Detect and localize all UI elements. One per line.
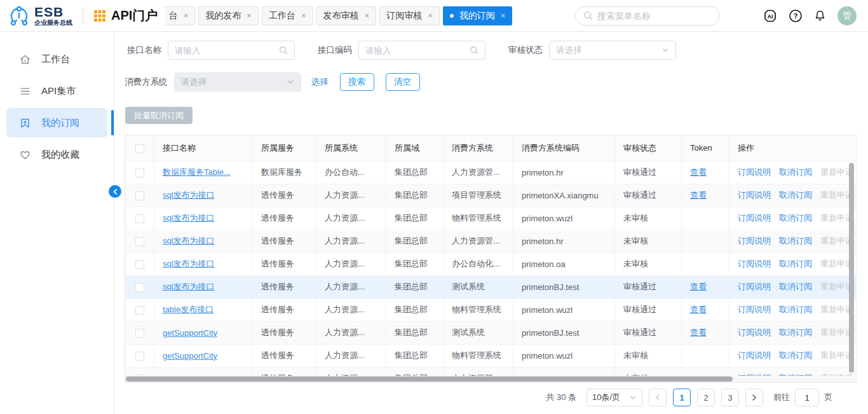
interface-name-link[interactable]: sql发布为接口 bbox=[163, 259, 215, 268]
sidebar-item-api-market[interactable]: API集市 bbox=[6, 76, 107, 106]
row-checkbox[interactable] bbox=[135, 352, 144, 361]
unsubscribe-link[interactable]: 取消订阅 bbox=[779, 305, 812, 314]
subscription-info-link[interactable]: 订阅说明 bbox=[738, 282, 771, 291]
row-checkbox[interactable] bbox=[135, 283, 144, 292]
interface-name-label: 接口名称 bbox=[127, 45, 161, 56]
unsubscribe-link[interactable]: 取消订阅 bbox=[779, 259, 812, 268]
row-select-cell bbox=[126, 252, 154, 275]
header-tab[interactable]: 我的发布× bbox=[198, 6, 259, 25]
search-button[interactable]: 搜索 bbox=[340, 73, 374, 91]
horizontal-scrollbar[interactable] bbox=[125, 376, 856, 382]
subscription-info-link[interactable]: 订阅说明 bbox=[738, 305, 771, 314]
interface-name-link[interactable]: getSupportCity bbox=[163, 351, 217, 361]
unsubscribe-link[interactable]: 取消订阅 bbox=[779, 190, 812, 200]
token-view-link[interactable]: 查看 bbox=[690, 167, 707, 177]
row-checkbox[interactable] bbox=[135, 169, 144, 177]
ai-assistant-icon[interactable]: AI bbox=[763, 8, 778, 24]
page-number-button[interactable]: 3 bbox=[721, 389, 739, 406]
subscription-info-link[interactable]: 订阅说明 bbox=[738, 259, 771, 268]
row-checkbox[interactable] bbox=[135, 260, 144, 269]
page-size-select[interactable]: 10条/页 bbox=[587, 389, 642, 406]
token-view-link[interactable]: 查看 bbox=[690, 328, 707, 337]
sidebar-item-my-favorites[interactable]: 我的收藏 bbox=[6, 140, 107, 169]
menu-search-input[interactable] bbox=[597, 11, 712, 21]
consumer-system-select-link[interactable]: 选择 bbox=[311, 76, 329, 88]
row-checkbox[interactable] bbox=[135, 214, 144, 223]
sidebar-item-workbench[interactable]: 工作台 bbox=[6, 45, 107, 74]
vertical-scrollbar[interactable] bbox=[849, 162, 854, 376]
subscription-info-link[interactable]: 订阅说明 bbox=[738, 190, 771, 200]
subscription-info-link[interactable]: 订阅说明 bbox=[738, 350, 771, 360]
interface-name-link[interactable]: getSupportCity bbox=[163, 328, 217, 338]
unsubscribe-link[interactable]: 取消订阅 bbox=[779, 213, 812, 223]
token-view-link[interactable]: 查看 bbox=[690, 190, 707, 200]
cell-interface-name: sql发布为接口 bbox=[154, 207, 253, 230]
cell-text: 透传服务 bbox=[261, 282, 294, 291]
tab-label: 工作台 bbox=[269, 10, 295, 22]
sidebar-collapse-button[interactable] bbox=[109, 185, 121, 198]
column-header: 消费方系统编码 bbox=[513, 135, 615, 161]
header-tab[interactable]: 订阅审核× bbox=[379, 6, 440, 25]
goto-page-input[interactable] bbox=[795, 389, 819, 406]
subscription-info-link[interactable]: 订阅说明 bbox=[738, 328, 771, 337]
row-checkbox[interactable] bbox=[135, 306, 144, 315]
subscription-info-link[interactable]: 订阅说明 bbox=[738, 213, 771, 223]
unsubscribe-link[interactable]: 取消订阅 bbox=[779, 282, 812, 291]
row-checkbox[interactable] bbox=[135, 237, 144, 246]
select-all-checkbox[interactable] bbox=[135, 144, 144, 153]
cell-text: primeton.hr bbox=[522, 168, 564, 177]
header-tab[interactable]: 工作台× bbox=[262, 6, 313, 25]
cell-token bbox=[682, 344, 729, 367]
tab-close-icon[interactable]: × bbox=[247, 11, 252, 20]
unsubscribe-link[interactable]: 取消订阅 bbox=[779, 236, 812, 245]
interface-name-link[interactable]: sql发布为接口 bbox=[163, 213, 215, 223]
page-number-button[interactable]: 2 bbox=[697, 389, 715, 406]
row-checkbox[interactable] bbox=[135, 329, 144, 338]
cell-text: primeton.wuzl bbox=[522, 214, 573, 223]
search-icon bbox=[583, 11, 593, 20]
help-icon[interactable]: ? bbox=[789, 9, 803, 23]
interface-name-input[interactable] bbox=[175, 46, 279, 55]
subscription-info-link[interactable]: 订阅说明 bbox=[738, 236, 771, 245]
row-checkbox[interactable] bbox=[135, 191, 144, 200]
page-number-button[interactable]: 1 bbox=[673, 389, 691, 406]
unsubscribe-link[interactable]: 取消订阅 bbox=[779, 328, 812, 337]
tab-close-icon[interactable]: × bbox=[184, 11, 189, 20]
unsubscribe-link[interactable]: 取消订阅 bbox=[779, 350, 812, 360]
audit-status-select[interactable]: 请选择 bbox=[549, 41, 676, 60]
tab-close-icon[interactable]: × bbox=[428, 11, 433, 20]
interface-code-input[interactable] bbox=[365, 46, 470, 55]
interface-name-link[interactable]: sql发布为接口 bbox=[163, 282, 215, 291]
interface-name-link[interactable]: sql发布为接口 bbox=[163, 236, 215, 245]
interface-name-link[interactable]: 数据库服务Table... bbox=[163, 167, 231, 177]
sidebar-item-my-subscriptions[interactable]: 我的订阅 bbox=[6, 108, 107, 137]
header-tab[interactable]: 发布审核× bbox=[316, 6, 377, 25]
menu-search-box[interactable] bbox=[575, 6, 720, 25]
header-tab[interactable]: 台× bbox=[165, 6, 195, 25]
interface-name-link[interactable]: sql发布为接口 bbox=[163, 190, 215, 200]
search-icon bbox=[470, 46, 478, 55]
tab-close-icon[interactable]: × bbox=[501, 11, 506, 20]
vertical-scrollbar-thumb[interactable] bbox=[849, 163, 854, 373]
header-tab[interactable]: 我的订阅× bbox=[443, 6, 513, 25]
clear-button[interactable]: 清空 bbox=[386, 73, 420, 91]
bell-icon[interactable] bbox=[813, 9, 827, 22]
cell-token: 查看 bbox=[682, 321, 729, 344]
topbar-right: AI ? 管 bbox=[575, 6, 868, 25]
interface-name-link[interactable]: table发布接口 bbox=[163, 305, 214, 314]
cell-consumer: 物料管理系统 bbox=[444, 207, 513, 230]
brand-subtitle: 企业服务总线 bbox=[34, 20, 72, 26]
next-page-button[interactable] bbox=[745, 389, 763, 406]
token-view-link[interactable]: 查看 bbox=[690, 305, 707, 314]
batch-unsubscribe-button[interactable]: 批量取消订阅 bbox=[125, 107, 193, 124]
tab-close-icon[interactable]: × bbox=[301, 11, 306, 20]
subscription-info-link[interactable]: 订阅说明 bbox=[738, 167, 771, 177]
unsubscribe-link[interactable]: 取消订阅 bbox=[779, 167, 812, 177]
user-avatar[interactable]: 管 bbox=[837, 6, 857, 25]
active-tab-dot-icon bbox=[450, 14, 454, 18]
tab-close-icon[interactable]: × bbox=[365, 11, 370, 20]
column-header: 所属域 bbox=[386, 135, 444, 161]
horizontal-scrollbar-thumb[interactable] bbox=[126, 376, 733, 382]
prev-page-button[interactable] bbox=[649, 389, 667, 406]
token-view-link[interactable]: 查看 bbox=[690, 282, 707, 291]
